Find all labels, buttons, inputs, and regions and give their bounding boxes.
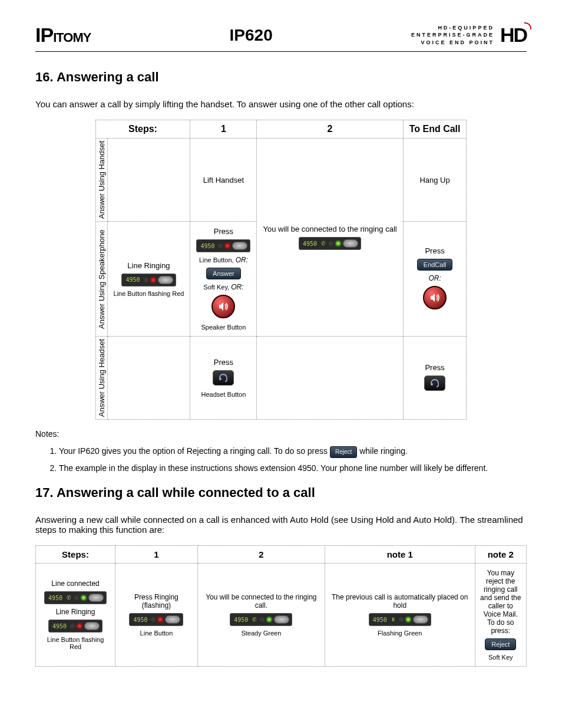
note-1-text-b: while ringing.	[359, 446, 408, 456]
caption-speaker: Speaker Button	[196, 324, 250, 331]
cell-lift-handset: Lift Handset	[190, 139, 257, 222]
notes-label: Notes:	[35, 429, 527, 439]
table-answering-call: Steps: 1 2 To End Call Answer Using Hand…	[95, 120, 467, 420]
cell-empty	[107, 337, 190, 420]
caption-softkey-or: Soft Key, OR:	[196, 283, 250, 291]
line-connected-label: Line connected	[41, 579, 110, 588]
row-handset-label: Answer Using Handset	[95, 139, 107, 222]
cell-end-speaker: Press EndCall OR:	[403, 222, 467, 337]
tagline-line: VOICE END POINT	[411, 39, 494, 47]
ext-num: 4950	[132, 617, 148, 623]
col-1: 1	[115, 546, 198, 564]
cell-note2: You may reject the ringing call and send…	[475, 564, 526, 667]
press-label: Press	[196, 227, 250, 236]
cell-note1: The previous call is automatically place…	[325, 564, 475, 667]
reject-text: You may reject the ringing call and send…	[480, 569, 521, 635]
headset-button-icon	[424, 375, 445, 391]
model-number: IP620	[230, 26, 273, 45]
col-end: To End Call	[403, 120, 467, 139]
table-answering-while-connected: Steps: 1 2 note 1 note 2 Line connected …	[35, 545, 527, 667]
handset-icon: ✆	[66, 595, 72, 601]
caption-flashing-red: Line Button flashing Red	[114, 290, 184, 297]
tagline: HD-EQUIPPED ENTERPRISE-GRADE VOICE END P…	[411, 24, 494, 47]
cell-step2: You will be connected to the ringing cal…	[197, 564, 325, 667]
col-2: 2	[197, 546, 325, 564]
cell-step1: Press Ringing (flashing) 4950 Line Butto…	[115, 564, 198, 667]
endcall-softkey: EndCall	[417, 259, 453, 271]
cell-press-headset: Press Headset Button	[190, 337, 257, 420]
svg-point-0	[219, 378, 222, 380]
note-1: Your IP620 gives you the option of Rejec…	[59, 446, 527, 457]
header-right: HD-EQUIPPED ENTERPRISE-GRADE VOICE END P…	[411, 24, 527, 47]
svg-point-1	[431, 383, 433, 386]
cell-connected: You will be connected to the ringing cal…	[257, 139, 403, 337]
cell-empty	[257, 337, 403, 420]
caption-flashing-green: Flashing Green	[330, 630, 470, 637]
line-button-red-ringing: 4950	[48, 620, 103, 633]
ext-num: 4950	[372, 617, 388, 623]
headset-button-icon	[213, 370, 234, 386]
ext-num: 4950	[199, 243, 216, 249]
press-label: Press	[409, 363, 461, 372]
line-button-red-press: 4950	[196, 239, 250, 252]
cell-hangup: Hang Up	[403, 139, 467, 222]
connected-text: You will be connected to the ringing cal…	[203, 593, 320, 610]
col-note1: note 1	[325, 546, 475, 564]
notes-list: Your IP620 gives you the option of Rejec…	[59, 446, 527, 473]
tagline-line: HD-EQUIPPED	[411, 24, 494, 32]
logo-ipitomy: IPITOMY	[35, 24, 91, 47]
logo-hd: HD	[500, 24, 527, 47]
ext-num: 4950	[302, 241, 318, 247]
cell-steps-state: Line connected 4950 ✆ Line Ringing 4950 …	[36, 564, 115, 667]
line-button-steady-green: 4950 ✆	[230, 613, 292, 626]
line-button-red: 4950	[121, 274, 176, 286]
prev-call-text: The previous call is automatically place…	[330, 593, 470, 610]
section-17-intro: Answering a new call while connected on …	[35, 515, 527, 535]
cell-end-headset: Press	[403, 337, 467, 420]
section-16-heading: 16. Answering a call	[35, 70, 527, 85]
tagline-line: ENTERPRISE-GRADE	[411, 31, 494, 39]
line-ringing-label: Line Ringing	[41, 608, 110, 616]
page-header: IPITOMY IP620 HD-EQUIPPED ENTERPRISE-GRA…	[35, 24, 527, 52]
col-note2: note 2	[475, 546, 526, 564]
cell-line-ringing: Line Ringing 4950 Line Button flashing R…	[107, 222, 190, 337]
press-ringing-label: Press Ringing (flashing)	[120, 593, 193, 610]
caption-headset: Headset Button	[196, 391, 250, 398]
press-label: Press	[409, 246, 461, 255]
section-17-heading: 17. Answering a call while connected to …	[35, 485, 527, 500]
line-button-green-connected: 4950 ✆	[44, 591, 107, 604]
caption-steady-green: Steady Green	[203, 630, 320, 637]
col-steps: Steps:	[95, 120, 190, 139]
col-steps: Steps:	[36, 546, 115, 564]
handset-icon: ✆	[252, 617, 257, 622]
section-16-intro: You can answer a call by simply lifting …	[35, 99, 527, 109]
caption-flashing-red: Line Button flashing Red	[41, 636, 110, 650]
col-1: 1	[190, 120, 257, 139]
cell-press-options: Press 4950 Line Button, OR: Answer Soft …	[190, 222, 257, 337]
line-button-flashing-green: 4950 ⏸	[369, 613, 431, 626]
line-ringing-label: Line Ringing	[114, 261, 184, 270]
ext-num: 4950	[124, 276, 141, 283]
reject-softkey-inline: Reject	[330, 446, 357, 458]
caption-line-button: Line Button	[120, 630, 193, 637]
answer-softkey: Answer	[206, 268, 241, 279]
or-label: OR:	[409, 274, 461, 282]
note-1-text-a: Your IP620 gives you the option of Rejec…	[59, 446, 328, 456]
caption-line-or: Line Button, OR:	[196, 256, 250, 264]
ext-num: 4950	[47, 595, 64, 601]
speaker-button-icon	[211, 295, 235, 318]
row-headset-label: Answer Using Headset	[95, 337, 107, 420]
line-button-red-press: 4950	[129, 613, 183, 626]
note-2: The example in the display in these inst…	[59, 463, 527, 474]
hold-icon: ⏸	[391, 617, 396, 622]
caption-soft-key: Soft Key	[480, 654, 521, 661]
press-label: Press	[196, 358, 250, 367]
line-button-green: 4950 ✆	[299, 237, 361, 250]
row-speaker-label: Answer Using Speakerphone	[95, 222, 107, 337]
handset-icon: ✆	[320, 241, 326, 246]
speaker-button-icon	[423, 286, 447, 309]
ext-num: 4950	[233, 617, 249, 623]
ext-num: 4950	[51, 623, 68, 630]
reject-softkey: Reject	[485, 638, 516, 650]
col-2: 2	[257, 120, 403, 139]
